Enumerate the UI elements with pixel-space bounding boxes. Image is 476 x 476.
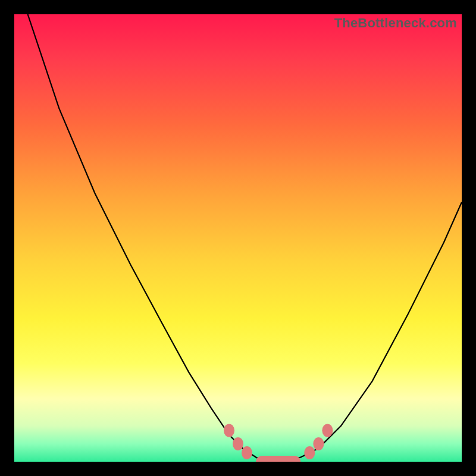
curve-marker-dot bbox=[322, 424, 333, 437]
curve-marker-dot bbox=[313, 437, 324, 450]
chart-frame: TheBottleneck.com bbox=[14, 14, 462, 462]
chart-svg bbox=[14, 14, 462, 462]
curve-marker-dot bbox=[224, 424, 234, 437]
curve-marker-dot bbox=[233, 437, 243, 450]
curve-minimum-bar bbox=[256, 456, 300, 462]
curve-markers bbox=[224, 424, 333, 462]
curve-marker-dot bbox=[242, 446, 252, 459]
bottleneck-curve bbox=[28, 14, 462, 462]
curve-marker-dot bbox=[304, 446, 315, 459]
